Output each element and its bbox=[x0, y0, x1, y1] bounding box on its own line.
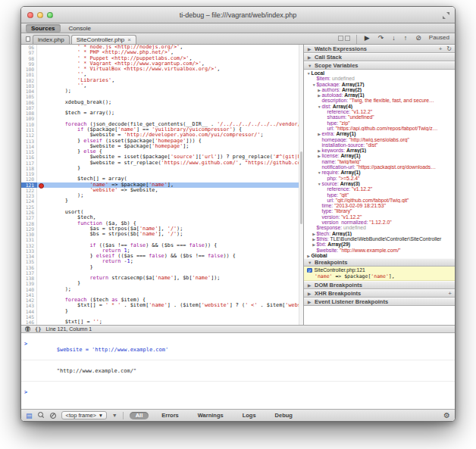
variable-row[interactable]: ▼dist: Array(4) bbox=[304, 104, 455, 109]
code-line[interactable]: 131 bbox=[21, 237, 303, 242]
line-number-gutter[interactable]: 106 bbox=[21, 100, 37, 105]
filter-logs[interactable]: Logs bbox=[236, 412, 262, 419]
console-panel[interactable]: > $website = 'http://www.example.com' "h… bbox=[21, 333, 455, 409]
code-line[interactable]: 145 bbox=[21, 314, 303, 320]
code-line[interactable]: 146 $txt[] = ''; bbox=[21, 320, 303, 325]
step-out-icon[interactable]: ↑ bbox=[404, 35, 408, 42]
code-line[interactable]: 114 $website = $package['homepage']; bbox=[21, 144, 303, 149]
variable-row[interactable]: ▶$txt: Array(29) bbox=[304, 242, 455, 247]
code-line[interactable]: 99 ' * Vagrant <http://www.vagrantup.com… bbox=[21, 61, 303, 67]
add-watch-icon[interactable]: + bbox=[439, 45, 443, 52]
line-number-gutter[interactable]: 123 bbox=[21, 193, 37, 198]
variable-row[interactable]: url: "https://api.github.com/repos/fabpo… bbox=[304, 126, 455, 131]
line-number-gutter[interactable]: 116 bbox=[21, 154, 37, 160]
scrollbar-thumb[interactable] bbox=[300, 151, 302, 224]
code-line[interactable]: 127 $tech, bbox=[21, 215, 303, 220]
code-line[interactable]: 118 } bbox=[21, 166, 303, 171]
line-number-gutter[interactable]: 133 bbox=[21, 248, 37, 254]
variable-row[interactable]: $response: undefined bbox=[304, 225, 455, 230]
line-number-gutter[interactable]: 120 bbox=[21, 176, 37, 182]
variable-row[interactable]: ▶license: Array(1) bbox=[304, 153, 455, 158]
editor-scrollbar[interactable] bbox=[299, 45, 303, 325]
resume-icon[interactable]: ▶ bbox=[365, 35, 370, 42]
line-number-gutter[interactable]: 118 bbox=[21, 166, 37, 171]
debugger-paused-icon[interactable]: ❙❙ bbox=[25, 326, 30, 332]
call-stack-header[interactable]: ▶ Call Stack bbox=[304, 53, 455, 61]
code-line[interactable]: 144 } bbox=[21, 309, 303, 314]
line-number-gutter[interactable]: 132 bbox=[21, 243, 37, 248]
variable-row[interactable]: type: "library" bbox=[304, 208, 455, 214]
variable-row[interactable]: reference: "v1.12.2" bbox=[304, 109, 455, 114]
filter-all[interactable]: All bbox=[130, 412, 149, 419]
code-line[interactable]: 123 ); bbox=[21, 193, 303, 198]
code-line[interactable]: 135 return -1; bbox=[21, 259, 303, 264]
pretty-print-icon[interactable]: {} bbox=[35, 326, 41, 332]
breakpoints-header[interactable]: ▼ Breakpoints bbox=[304, 258, 455, 267]
variable-row[interactable]: description: "Twig, the flexible, fast, … bbox=[304, 98, 455, 103]
variable-row[interactable]: ▶keywords: Array(1) bbox=[304, 148, 455, 153]
code-line[interactable]: 120 $tech[] = array( bbox=[21, 176, 303, 182]
code-line[interactable]: 100 ' * VirtualBox <https://www.virtualb… bbox=[21, 67, 303, 72]
dom-breakpoints-header[interactable]: ▶ DOM Breakpoints bbox=[304, 281, 455, 289]
variable-row[interactable]: ▶Global bbox=[304, 253, 455, 258]
line-number-gutter[interactable]: 141 bbox=[21, 292, 37, 298]
variable-row[interactable]: $website: "http://www.example.com/" bbox=[304, 248, 455, 253]
line-number-gutter[interactable]: 125 bbox=[21, 204, 37, 210]
line-number-gutter[interactable]: 97 bbox=[21, 50, 37, 55]
code-editor[interactable]: 96 ' * node.js <http://nodejs.org/>',97 … bbox=[21, 45, 303, 325]
line-number-gutter[interactable]: 129 bbox=[21, 226, 37, 232]
code-line[interactable]: 102 'Libraries', bbox=[21, 78, 303, 83]
line-number-gutter[interactable]: 138 bbox=[21, 276, 37, 281]
console-toggle-icon[interactable]: ▤ bbox=[26, 412, 33, 419]
code-line[interactable]: 129 $as = strpos($a['name'], '/'); bbox=[21, 226, 303, 232]
code-line[interactable]: 141 bbox=[21, 292, 303, 298]
variable-row[interactable]: version: "v1.12.2" bbox=[304, 214, 455, 220]
code-line[interactable]: 105 bbox=[21, 94, 303, 99]
code-line[interactable]: 143 $txt[] = ' * ' . $item['name'] . ($i… bbox=[21, 303, 303, 308]
code-line[interactable]: 133 return 1; bbox=[21, 248, 303, 254]
variable-row[interactable]: reference: "v1.12.2" bbox=[304, 186, 455, 192]
tab-sources[interactable]: Sources bbox=[26, 24, 61, 33]
event-listener-breakpoints-header[interactable]: ▶ Event Listener Breakpoints bbox=[304, 298, 455, 306]
code-line[interactable]: 97 ' * PHP <http://www.php.net/>', bbox=[21, 50, 303, 55]
line-number-gutter[interactable]: 139 bbox=[21, 281, 37, 286]
code-line[interactable]: 106 xdebug_break(); bbox=[21, 100, 303, 105]
line-number-gutter[interactable]: 128 bbox=[21, 221, 37, 226]
code-line[interactable]: 130 $bs = strpos($b['name'], '/'); bbox=[21, 232, 303, 237]
scope-variables-header[interactable]: ▼ Scope Variables bbox=[304, 61, 455, 70]
variable-row[interactable]: ▼require: Array(1) bbox=[304, 170, 455, 175]
variable-row[interactable]: version_normalized: "1.12.2.0" bbox=[304, 220, 455, 225]
code-line[interactable]: 115 } else { bbox=[21, 149, 303, 154]
code-line[interactable]: 108 $tech = array(); bbox=[21, 111, 303, 116]
variable-row[interactable]: type: "git" bbox=[304, 192, 455, 198]
line-number-gutter[interactable]: 114 bbox=[21, 144, 37, 149]
code-line[interactable]: 138 return strcasecmp($a['name'], $b['na… bbox=[21, 276, 303, 281]
line-number-gutter[interactable]: 109 bbox=[21, 116, 37, 121]
code-line[interactable]: 134 } elseif (($as === false) && ($bs !=… bbox=[21, 254, 303, 259]
line-number-gutter[interactable]: 105 bbox=[21, 94, 37, 99]
file-tab-index-php[interactable]: index.php bbox=[33, 35, 70, 44]
line-number-gutter[interactable]: 100 bbox=[21, 67, 37, 72]
line-number-gutter[interactable]: 143 bbox=[21, 303, 37, 308]
line-number-gutter[interactable]: 146 bbox=[21, 320, 37, 325]
code-line[interactable]: 136 } bbox=[21, 265, 303, 270]
line-number-gutter[interactable]: 115 bbox=[21, 149, 37, 154]
variable-row[interactable]: ▶$this: TLE\Bundle\WebBundle\Controller\… bbox=[304, 236, 455, 242]
code-line[interactable]: 132 if (($as !== false) && ($bs === fals… bbox=[21, 243, 303, 248]
search-icon[interactable] bbox=[38, 412, 45, 419]
code-line[interactable]: 113 } elseif (isset($package['homepage']… bbox=[21, 139, 303, 144]
code-line[interactable]: 140 ); bbox=[21, 287, 303, 292]
line-number-gutter[interactable]: 111 bbox=[21, 127, 37, 133]
tab-console[interactable]: Console bbox=[64, 24, 96, 33]
variable-row[interactable]: ▼Local bbox=[304, 70, 455, 76]
breakpoint-checkbox[interactable]: ✓ bbox=[307, 268, 312, 273]
filter-errors[interactable]: Errors bbox=[155, 412, 185, 419]
console-input-row[interactable]: > bbox=[21, 382, 455, 402]
code-line[interactable]: 112 $website = 'http://developer.yahoo.c… bbox=[21, 133, 303, 138]
code-line[interactable]: 104 ); bbox=[21, 89, 303, 94]
code-line[interactable]: 117 $website = str_replace('https://www.… bbox=[21, 161, 303, 166]
active-code-line[interactable]: 121 'name' => $package['name'], bbox=[21, 182, 303, 188]
code-line[interactable]: 98 ' * Puppet <http://puppetlabs.com/>', bbox=[21, 56, 303, 61]
file-tab-sitecontroller-php[interactable]: SiteController.php× bbox=[71, 35, 136, 44]
code-line[interactable]: 126 usort( bbox=[21, 210, 303, 215]
